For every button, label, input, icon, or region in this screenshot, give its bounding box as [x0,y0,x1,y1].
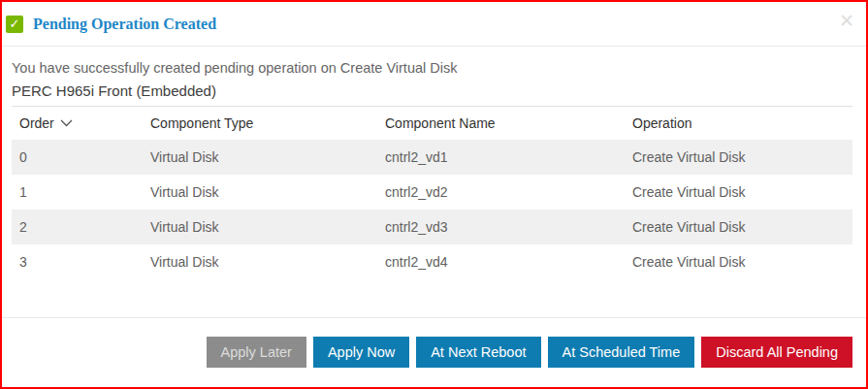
cell-order: 2 [12,210,143,244]
discard-all-pending-button[interactable]: Discard All Pending [701,337,852,368]
pending-operation-dialog: ✓ Pending Operation Created ✕ You have s… [0,0,868,389]
at-scheduled-time-button[interactable]: At Scheduled Time [548,337,695,368]
cell-component-type: Virtual Disk [143,210,377,244]
dialog-title: Pending Operation Created [33,16,216,33]
cell-component-name: cntrl2_vd2 [377,175,625,210]
close-icon[interactable]: ✕ [839,11,854,32]
cell-component-type: Virtual Disk [143,175,377,210]
pending-operations-table: Order Component Type Component Name Oper… [12,106,852,279]
cell-component-name: cntrl2_vd3 [377,210,625,244]
table-row: 3 Virtual Disk cntrl2_vd4 Create Virtual… [12,244,852,279]
dialog-footer: Apply Later Apply Now At Next Reboot At … [2,317,866,387]
success-message: You have successfully created pending op… [12,60,852,76]
cell-order: 3 [12,244,143,279]
cell-operation: Create Virtual Disk [625,175,852,210]
apply-now-button[interactable]: Apply Now [313,337,409,368]
cell-component-type: Virtual Disk [143,140,377,175]
table-row: 2 Virtual Disk cntrl2_vd3 Create Virtual… [12,210,852,244]
table-row: 1 Virtual Disk cntrl2_vd2 Create Virtual… [12,175,852,210]
column-header-order[interactable]: Order [12,107,143,141]
table-row: 0 Virtual Disk cntrl2_vd1 Create Virtual… [12,140,852,175]
cell-operation: Create Virtual Disk [625,210,852,244]
cell-order: 1 [12,175,143,210]
table-header-row: Order Component Type Component Name Oper… [12,107,852,141]
cell-operation: Create Virtual Disk [625,244,852,279]
at-next-reboot-button[interactable]: At Next Reboot [416,337,540,368]
column-header-component-type[interactable]: Component Type [143,107,377,141]
column-header-component-name[interactable]: Component Name [377,107,625,141]
apply-later-button[interactable]: Apply Later [207,337,306,368]
dialog-titlebar: ✓ Pending Operation Created ✕ [2,2,866,47]
column-header-operation[interactable]: Operation [625,107,852,141]
dialog-body: You have successfully created pending op… [2,47,866,317]
controller-name: PERC H965i Front (Embedded) [12,82,852,99]
column-header-order-label: Order [19,115,54,131]
cell-operation: Create Virtual Disk [625,140,852,175]
chevron-down-icon [60,119,73,127]
cell-component-type: Virtual Disk [143,244,377,279]
success-check-icon: ✓ [6,16,23,33]
cell-order: 0 [12,140,143,175]
cell-component-name: cntrl2_vd1 [377,140,625,175]
cell-component-name: cntrl2_vd4 [377,244,625,279]
